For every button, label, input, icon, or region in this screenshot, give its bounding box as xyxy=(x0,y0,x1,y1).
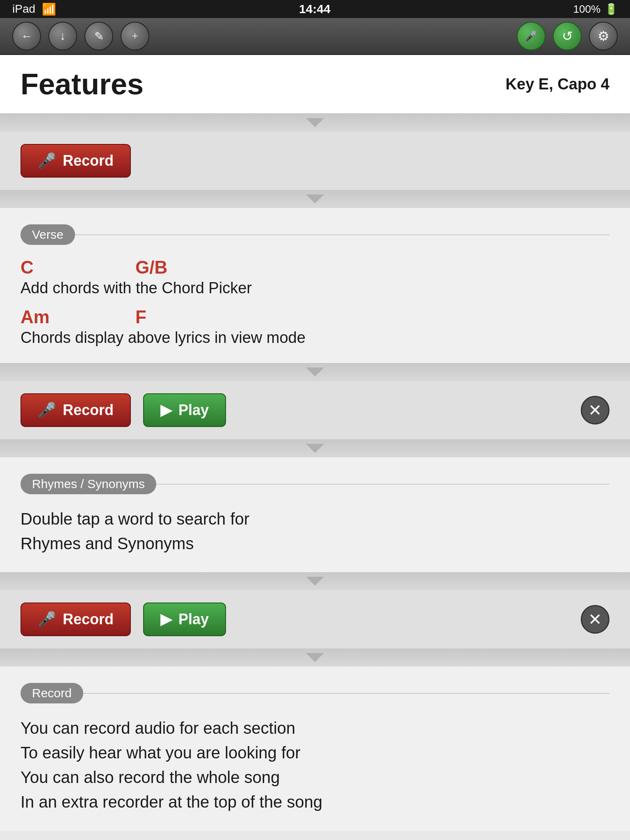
rhymes-label: Rhymes / Synonyms xyxy=(21,474,156,494)
status-bar: iPad 📶 14:44 100% 🔋 xyxy=(0,0,630,18)
section-divider-6 xyxy=(0,648,630,667)
rhymes-section: Rhymes / Synonyms Double tap a word to s… xyxy=(0,457,630,572)
chevron-down-icon xyxy=(306,118,324,127)
toolbar-left: ← ↓ ✎ + xyxy=(12,22,149,50)
mic-icon-2: 🎤 xyxy=(38,402,56,419)
rhymes-body-text: Double tap a word to search forRhymes an… xyxy=(21,507,609,556)
verse-label-container: Verse xyxy=(21,224,609,245)
mic-icon-3: 🎤 xyxy=(38,611,56,628)
chevron-down-icon-5 xyxy=(306,577,324,586)
verse-label: Verse xyxy=(21,224,75,245)
play-button-2[interactable]: ▶ Play xyxy=(143,603,226,636)
record-section-label: Record xyxy=(21,683,83,703)
chevron-down-icon-6 xyxy=(306,653,324,662)
chord-GB: G/B xyxy=(135,257,250,278)
record-label-container: Record xyxy=(21,683,609,703)
microphone-icon: 🎤 xyxy=(525,30,537,42)
chord-row-2: Am F xyxy=(21,307,609,327)
section-divider-2 xyxy=(0,190,630,208)
settings-button[interactable]: ⚙ xyxy=(589,22,618,50)
close-icon-1: ✕ xyxy=(588,401,602,420)
section-divider-4 xyxy=(0,439,630,457)
mic-icon-1: 🎤 xyxy=(38,152,56,169)
chord-Am: Am xyxy=(21,307,135,327)
record-button-3[interactable]: 🎤 Record xyxy=(21,603,131,636)
lyric-1: Add chords with the Chord Picker xyxy=(21,279,609,297)
close-icon-2: ✕ xyxy=(588,610,602,629)
download-button[interactable]: ↓ xyxy=(48,22,77,50)
play-icon-1: ▶ xyxy=(160,402,172,419)
record-button-1[interactable]: 🎤 Record xyxy=(21,144,131,178)
microphone-button[interactable]: 🎤 xyxy=(517,22,546,50)
record-label-1: Record xyxy=(63,152,114,169)
toolbar: ← ↓ ✎ + 🎤 ↺ ⚙ xyxy=(0,18,630,55)
rhymes-label-container: Rhymes / Synonyms xyxy=(21,474,609,494)
status-left: iPad 📶 xyxy=(12,2,56,16)
section-divider-5 xyxy=(0,572,630,590)
back-button[interactable]: ← xyxy=(12,22,41,50)
rhymes-label-line xyxy=(156,484,609,484)
toolbar-right: 🎤 ↺ ⚙ xyxy=(517,22,618,50)
verse-section: Verse C G/B Add chords with the Chord Pi… xyxy=(0,208,630,363)
wifi-icon: 📶 xyxy=(42,2,56,16)
page-title: Features xyxy=(21,67,144,101)
play-label-2: Play xyxy=(178,611,209,628)
refresh-icon: ↺ xyxy=(562,28,573,44)
record-play-section-1: 🎤 Record ▶ Play ✕ xyxy=(0,381,630,439)
device-label: iPad xyxy=(12,2,35,16)
status-right: 100% 🔋 xyxy=(573,3,618,16)
close-button-1[interactable]: ✕ xyxy=(581,396,609,425)
record-button-2[interactable]: 🎤 Record xyxy=(21,393,131,427)
play-label-1: Play xyxy=(178,402,209,419)
chevron-down-icon-2 xyxy=(306,194,324,203)
section-divider-3 xyxy=(0,363,630,381)
record-only-section: 🎤 Record xyxy=(0,132,630,190)
key-capo: Key E, Capo 4 xyxy=(506,75,609,93)
record-label-3: Record xyxy=(63,611,114,628)
lyric-2: Chords display above lyrics in view mode xyxy=(21,329,609,347)
edit-button[interactable]: ✎ xyxy=(84,22,113,50)
refresh-button[interactable]: ↺ xyxy=(553,22,582,50)
verse-label-line xyxy=(75,235,609,235)
play-button-1[interactable]: ▶ Play xyxy=(143,393,226,427)
battery-icon: 🔋 xyxy=(605,3,618,16)
settings-icon: ⚙ xyxy=(598,28,609,44)
record-play-section-2: 🎤 Record ▶ Play ✕ xyxy=(0,590,630,648)
record-section: Record You can record audio for each sec… xyxy=(0,667,630,831)
chevron-down-icon-3 xyxy=(306,368,324,377)
status-time: 14:44 xyxy=(299,2,331,16)
close-button-2[interactable]: ✕ xyxy=(581,605,609,634)
chord-row-1: C G/B xyxy=(21,257,609,278)
chevron-down-icon-4 xyxy=(306,444,324,453)
chord-F: F xyxy=(135,307,250,327)
record-label-2: Record xyxy=(63,402,114,419)
battery-label: 100% xyxy=(573,3,601,16)
chord-C: C xyxy=(21,257,135,278)
record-label-line xyxy=(83,693,609,694)
section-divider-1 xyxy=(0,114,630,132)
record-body-text: You can record audio for each section To… xyxy=(21,716,609,814)
page-header: Features Key E, Capo 4 xyxy=(0,55,630,114)
add-button[interactable]: + xyxy=(121,22,149,50)
play-icon-2: ▶ xyxy=(160,611,172,628)
